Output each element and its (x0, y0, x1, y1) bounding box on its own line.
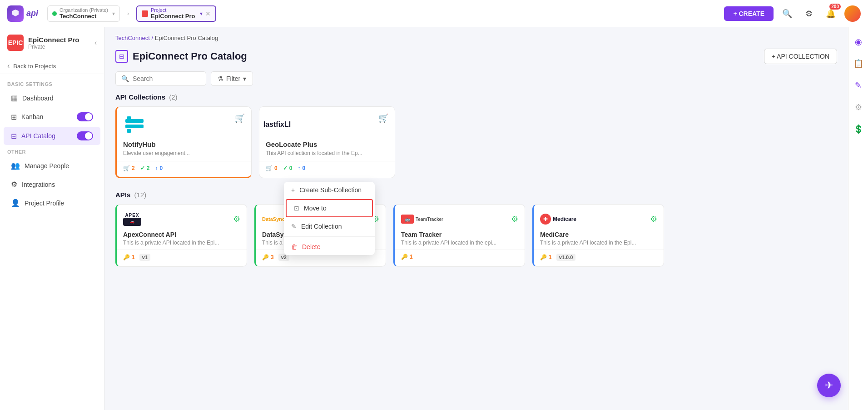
collection-name: NotifyHub (123, 140, 245, 148)
context-menu-delete[interactable]: 🗑 Delete (284, 239, 375, 255)
stat-blue: ↑ 0 (298, 165, 305, 171)
sidebar-item-api-catalog[interactable]: ⊟ API Catalog (4, 127, 100, 145)
stat-blue-value: 0 (159, 165, 163, 171)
notifications-button[interactable]: 🔔 200 (823, 5, 839, 22)
stat: 🔑 1 (540, 254, 552, 260)
search-icon: 🔍 (782, 9, 792, 19)
back-to-projects-button[interactable]: ‹ Back to Projects (0, 58, 104, 74)
card-body: Team Tracker This is a private API locat… (395, 231, 525, 250)
card-body: NotifyHub Elevate user engagement... (117, 140, 251, 161)
sidebar-project-header: EPIC EpiConnect Pro Private ‹ (0, 35, 104, 58)
stat-blue-value: 0 (302, 165, 305, 171)
settings-button[interactable]: ⚙ (801, 5, 817, 22)
context-menu-create-sub[interactable]: + Create Sub-Collection (284, 182, 375, 198)
project-profile-icon: 👤 (11, 199, 20, 207)
api-desc: This is a private API located in the epi… (401, 240, 518, 246)
stat: 🔑 1 (401, 254, 413, 260)
breadcrumb-page: EpiConnect Pro Catalog (155, 35, 218, 41)
card-footer: 🔑 1 v1.0.0 (534, 250, 664, 266)
right-sidebar-icon-1[interactable]: ◉ (851, 35, 866, 49)
sidebar-item-manage-people[interactable]: 👥 Manage People (4, 157, 100, 175)
card-menu-button[interactable]: 🛒 (235, 113, 245, 123)
sidebar-item-integrations[interactable]: ⚙ Integrations (4, 175, 100, 193)
api-name: ApexConnect API (123, 231, 240, 238)
other-section-label: Other (0, 145, 104, 156)
fab-button[interactable]: ✈ (817, 374, 841, 397)
card-menu-button[interactable]: 🛒 (378, 113, 388, 123)
api-collection-button[interactable]: + API COLLECTION (764, 49, 837, 64)
context-menu: + Create Sub-Collection ⊡ Move to ✎ Edit… (284, 182, 375, 255)
api-card-apex-connect[interactable]: APEX 🚗 ⚙ ApexConnect API This is a priva… (115, 204, 247, 267)
search-input[interactable] (133, 75, 200, 82)
stat-green-value: 0 (289, 165, 293, 171)
org-name: TechConnect (60, 13, 108, 20)
epic-badge: EPIC (7, 35, 24, 51)
settings-icon: ⚙ (805, 9, 813, 19)
main-layout: EPIC EpiConnect Pro Private ‹ ‹ Back to … (0, 27, 868, 410)
card-header: 🚌 TeamTracker ⚙ (395, 205, 525, 231)
api-card-medicare[interactable]: ✚ Medicare ⚙ MediCare This is a private … (532, 204, 664, 267)
project-close-icon[interactable]: ✕ (205, 10, 211, 17)
check-icon: ✓ (283, 165, 288, 171)
collection-desc: Elevate user engagement... (123, 150, 245, 156)
filter-button[interactable]: ⚗ Filter ▾ (211, 71, 253, 86)
api-collection-card-notify-hub[interactable]: 🛒 NotifyHub Elevate user engagement... 🛒… (115, 106, 252, 178)
right-sidebar-icon-2[interactable]: 📋 (851, 56, 866, 71)
sidebar: EPIC EpiConnect Pro Private ‹ ‹ Back to … (0, 27, 104, 410)
stat-value: 1 (132, 254, 135, 260)
apis-row: APEX 🚗 ⚙ ApexConnect API This is a priva… (104, 204, 848, 267)
card-body: ApexConnect API This is a private API lo… (117, 231, 247, 250)
kanban-toggle[interactable] (77, 112, 93, 121)
context-menu-move-to[interactable]: ⊡ Move to (286, 199, 373, 217)
context-menu-edit-collection[interactable]: ✎ Edit Collection (284, 218, 375, 235)
card-header: ✚ Medicare ⚙ (534, 205, 664, 231)
project-name: EpiConnect Pro (151, 13, 195, 20)
dashboard-icon: ▦ (11, 94, 18, 102)
card-footer: 🛒 2 ✓ 2 ↑ 0 (117, 161, 251, 177)
stat: 🔑 1 (123, 254, 135, 260)
sidebar-project-info: EpiConnect Pro Private (28, 36, 79, 50)
gear-icon[interactable]: ⚙ (233, 214, 240, 224)
search-icon: 🔍 (121, 75, 129, 82)
sidebar-item-label: Manage People (25, 162, 69, 170)
api-collection-card-geo-locate[interactable]: lastfixLI 🛒 GeoLocate Plus This API coll… (259, 106, 395, 178)
api-catalog-icon: ⊟ (11, 132, 17, 140)
back-arrow-icon: ‹ (7, 62, 10, 70)
move-to-label: Move to (304, 205, 327, 212)
sidebar-item-kanban[interactable]: ⊞ Kanban (4, 108, 100, 126)
right-sidebar-icon-4[interactable]: ⚙ (851, 100, 866, 115)
team-tracker-logo: 🚌 TeamTracker (401, 211, 443, 227)
fab-icon: ✈ (825, 380, 833, 391)
api-catalog-toggle[interactable] (77, 131, 93, 140)
card-body: GeoLocate Plus This API collection is lo… (259, 140, 395, 161)
api-card-team-tracker[interactable]: 🚌 TeamTracker ⚙ Team Tracker This is a p… (393, 204, 525, 267)
right-sidebar-icon-5[interactable]: 💲 (851, 122, 866, 136)
geo-locate-logo: lastfixLI (266, 113, 288, 136)
gear-icon[interactable]: ⚙ (511, 214, 518, 224)
page-title-icon: ⊟ (115, 50, 128, 63)
right-sidebar: ◉ 📋 ✎ ⚙ 💲 (848, 27, 868, 410)
svg-rect-3 (127, 129, 131, 133)
api-desc: This is a private API located in the Epi… (540, 240, 657, 246)
breadcrumb-org[interactable]: TechConnect (115, 35, 150, 41)
search-button[interactable]: 🔍 (779, 5, 795, 22)
sidebar-collapse-icon[interactable]: ‹ (94, 39, 97, 47)
page-title: EpiConnect Pro Catalog (133, 50, 247, 62)
create-button[interactable]: + CREATE (724, 6, 774, 21)
sidebar-item-dashboard[interactable]: ▦ Dashboard (4, 89, 100, 107)
svg-rect-1 (125, 125, 144, 128)
sidebar-item-project-profile[interactable]: 👤 Project Profile (4, 194, 100, 212)
collection-desc: This API collection is located in the Ep… (266, 150, 388, 156)
notification-count: 200 (829, 4, 841, 10)
apis-section-label: APIs (12) (104, 191, 848, 204)
org-selector[interactable]: Organization (Private) TechConnect ▾ (47, 5, 120, 22)
project-selector[interactable]: Project EpiConnect Pro ▾ ✕ (136, 5, 216, 22)
user-avatar[interactable] (844, 5, 861, 22)
breadcrumb: TechConnect / EpiConnect Pro Catalog (104, 27, 848, 45)
gear-icon[interactable]: ⚙ (650, 214, 657, 224)
logo[interactable]: api (7, 5, 38, 22)
sidebar-item-label: Project Profile (25, 200, 64, 207)
sidebar-item-label: Kanban (21, 113, 43, 120)
card-footer: 🔑 1 v1 (117, 250, 247, 266)
right-sidebar-icon-3[interactable]: ✎ (851, 78, 866, 93)
